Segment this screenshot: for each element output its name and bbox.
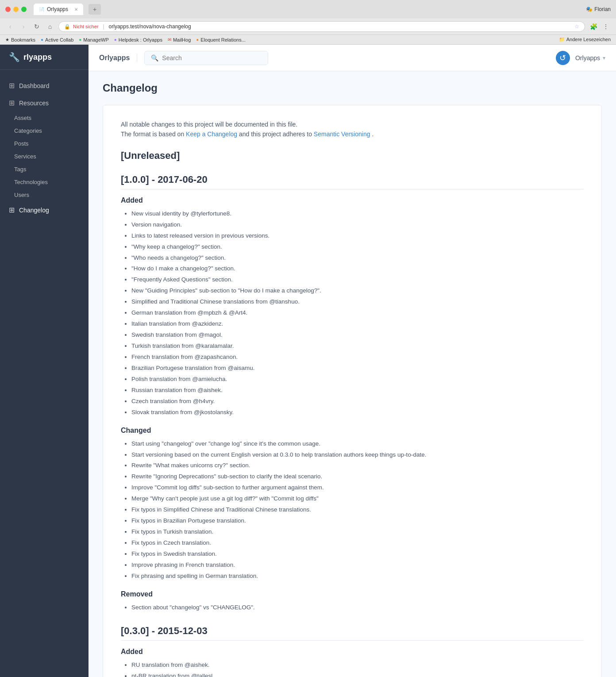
new-tab-button[interactable]: +: [89, 4, 101, 15]
list-item: RU translation from @aishek.: [131, 660, 584, 670]
sidebar-item-label-categories: Categories: [14, 127, 42, 134]
page-title: Changelog: [103, 82, 602, 94]
list-item: French translation from @zapashcanon.: [131, 352, 584, 362]
sidebar-item-resources[interactable]: ⊞ Resources: [0, 94, 89, 112]
list-item: Brazilian Portugese translation from @ai…: [131, 363, 584, 373]
bookmarks-bar: ★ Bookmarks ● Active Collab ● ManageWP ●…: [0, 35, 616, 44]
chevron-down-icon: ▾: [603, 55, 605, 61]
sidebar-item-categories[interactable]: Categories: [0, 124, 89, 137]
back-button[interactable]: ‹: [5, 22, 15, 31]
list-item: Rewrite "Ignoring Deprecations" sub-sect…: [131, 472, 584, 482]
maximize-dot[interactable]: [21, 7, 27, 12]
app-logo-icon: ↺: [556, 51, 570, 65]
list-item: Fix typos in Brazilian Portugese transla…: [131, 516, 584, 526]
intro-prefix: The format is based on: [121, 131, 186, 138]
sidebar-item-posts[interactable]: Posts: [0, 137, 89, 150]
changelog-v030-added-list: RU translation from @aishek. pt-BR trans…: [121, 660, 584, 677]
tab-favicon: 📄: [39, 7, 44, 12]
list-item: "Who needs a changelog?" section.: [131, 253, 584, 263]
browser-tab[interactable]: 📄 Orlyapps ✕: [34, 4, 83, 15]
sidebar-item-users[interactable]: Users: [0, 188, 89, 201]
list-item: German translation from @mpbzh & @Art4.: [131, 308, 584, 318]
list-item: Start versioning based on the current En…: [131, 450, 584, 460]
list-item: Fix typos in Czech translation.: [131, 538, 584, 548]
changelog-added-list: New visual identity by @tylerfortune8. V…: [121, 209, 584, 418]
list-item: pt-BR translation from @tallesl.: [131, 671, 584, 677]
minimize-dot[interactable]: [13, 7, 19, 12]
address-bar[interactable]: 🔒 Nicht sicher | orlyapps.test/nova/nova…: [58, 21, 585, 32]
browser-chrome: 📄 Orlyapps ✕ + 🎭 Florian ‹ › ↻ ⌂ 🔒 Nicht…: [0, 0, 616, 45]
security-icon: 🔒: [64, 24, 70, 30]
bookmark-helpdesk[interactable]: ● Helpdesk : Orlyapps: [114, 37, 162, 42]
list-item: "How do I make a changelog?" section.: [131, 264, 584, 274]
bookmark-star-icon[interactable]: ☆: [574, 23, 579, 30]
extensions-icon[interactable]: 🧩: [589, 22, 598, 31]
changelog-changed-title: Changed: [121, 427, 584, 435]
search-input[interactable]: [162, 54, 250, 62]
sidebar-item-label-resources: Resources: [19, 100, 49, 107]
list-item: Version navigation.: [131, 220, 584, 230]
changelog-v030-title: [0.3.0] - 2015-12-03: [121, 625, 584, 641]
list-item: Links to latest released version in prev…: [131, 231, 584, 241]
bookmark-eloquent[interactable]: ● Eloquent Relations...: [196, 37, 246, 42]
changelog-intro: All notable changes to this project will…: [121, 119, 584, 139]
app-wrapper: 🔧 rlyapps ⊞ Dashboard ⊞ Resources Assets…: [0, 45, 616, 677]
changelog-v100-added: Added New visual identity by @tylerfortu…: [121, 196, 584, 418]
bookmark-managewp[interactable]: ● ManageWP: [79, 37, 109, 42]
semantic-versioning-link[interactable]: Semantic Versioning: [314, 131, 370, 138]
browser-tab-title: Orlyapps: [47, 6, 68, 12]
list-item: Fix typos in Simplified Chinese and Trad…: [131, 505, 584, 515]
list-item: Russian translation from @aishek.: [131, 385, 584, 396]
changelog-card: All notable changes to this project will…: [103, 105, 602, 677]
list-item: Italian translation from @azkidenz.: [131, 319, 584, 329]
sidebar-item-changelog[interactable]: ⊞ Changelog: [0, 201, 89, 219]
changelog-changed-list: Start using "changelog" over "change log…: [121, 439, 584, 581]
browser-nav: ‹ › ↻ ⌂ 🔒 Nicht sicher | orlyapps.test/n…: [0, 19, 616, 35]
changelog-added-title: Added: [121, 196, 584, 204]
security-label: Nicht sicher: [73, 24, 98, 29]
close-dot[interactable]: [5, 7, 11, 12]
list-item: Section about "changelog" vs "CHANGELOG"…: [131, 603, 584, 613]
list-item: Start using "changelog" over "change log…: [131, 439, 584, 449]
list-item: Fix typos in Turkish translation.: [131, 527, 584, 537]
browser-titlebar: 📄 Orlyapps ✕ + 🎭 Florian: [0, 0, 616, 19]
sidebar-item-assets[interactable]: Assets: [0, 112, 89, 124]
list-item: Slovak translation from @jkostolansky.: [131, 408, 584, 418]
list-item: Simplified and Traditional Chinese trans…: [131, 297, 584, 307]
header-search-bar[interactable]: 🔍: [144, 51, 268, 65]
list-item: New visual identity by @tylerfortune8.: [131, 209, 584, 219]
home-button[interactable]: ⌂: [45, 22, 55, 31]
sidebar-item-label-changelog: Changelog: [19, 207, 49, 214]
list-item: Rewrite "What makes unicorns cry?" secti…: [131, 461, 584, 471]
resources-icon: ⊞: [9, 99, 15, 107]
list-item: "Why keep a changelog?" section.: [131, 242, 584, 252]
browser-action-buttons: 🧩 ⋮: [589, 22, 611, 31]
bookmark-bookmarks[interactable]: ★ Bookmarks: [5, 37, 35, 42]
tab-close-button[interactable]: ✕: [74, 7, 78, 12]
bookmark-active-collab[interactable]: ● Active Collab: [41, 37, 73, 42]
sidebar-item-dashboard[interactable]: ⊞ Dashboard: [0, 77, 89, 94]
header-user-menu[interactable]: Orlyapps ▾: [575, 54, 605, 62]
intro-suffix: .: [372, 131, 373, 138]
app-header: Orlyapps 🔍 ↺ Orlyapps ▾: [89, 45, 616, 71]
menu-icon[interactable]: ⋮: [601, 22, 611, 31]
header-right: ↺ Orlyapps ▾: [556, 51, 605, 65]
sidebar-item-technologies[interactable]: Technologies: [0, 176, 89, 188]
sidebar-item-label-dashboard: Dashboard: [19, 82, 50, 89]
profile-name: Florian: [594, 6, 611, 12]
sidebar-item-tags[interactable]: Tags: [0, 163, 89, 176]
list-item: Improve "Commit log diffs" sub-section t…: [131, 483, 584, 493]
changelog-v100-section: [1.0.0] - 2017-06-20 Added New visual id…: [121, 174, 584, 613]
sidebar-item-label-services: Services: [14, 153, 36, 160]
list-item: Merge "Why can't people just use a git l…: [131, 494, 584, 504]
reload-button[interactable]: ↻: [32, 22, 42, 31]
sidebar-item-services[interactable]: Services: [0, 150, 89, 163]
list-item: "Frequently Asked Questions" section.: [131, 275, 584, 285]
keep-a-changelog-link[interactable]: Keep a Changelog: [186, 131, 237, 138]
sidebar-item-label-posts: Posts: [14, 140, 29, 147]
main-content: Changelog All notable changes to this pr…: [89, 71, 616, 677]
forward-button[interactable]: ›: [19, 22, 28, 31]
list-item: Polish translation from @amielucha.: [131, 374, 584, 385]
bookmark-mailhog[interactable]: ✉ MailHog: [168, 37, 191, 42]
other-bookmarks[interactable]: 📁 Andere Lesezeichen: [559, 37, 611, 42]
